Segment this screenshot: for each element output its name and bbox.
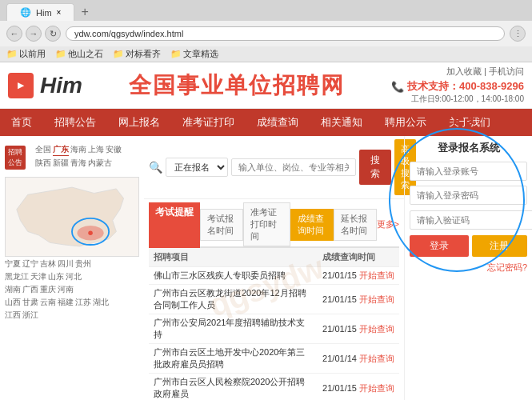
project-name[interactable]: 佛山市三水区残疾人专职委员招聘 <box>149 267 318 285</box>
province-shaanxi[interactable]: 陕西 <box>35 158 51 169</box>
mobile-visit-link[interactable]: 手机访问 <box>489 66 524 76</box>
header-right: 加入收藏 | 手机访问 📞 技术支持：400-838-9296 工作日9:00-… <box>391 66 524 105</box>
province-row-2: 陕西 新疆 青海 内蒙古 <box>35 158 122 169</box>
nav-score-query[interactable]: 成绩查询 <box>246 109 310 136</box>
new-tab-button[interactable]: + <box>74 3 94 21</box>
status-link[interactable]: 开始查询 <box>359 383 394 393</box>
search-button[interactable]: 搜 索 <box>359 150 391 185</box>
nav-home[interactable]: 首页 <box>0 109 43 136</box>
content-wrapper: qgsydw 招聘公告 全国 广东 海南 上海 安徽 <box>0 136 532 400</box>
prov-shanxi[interactable]: 山西 <box>5 297 21 308</box>
prov-sichuan[interactable]: 四川 <box>58 258 74 270</box>
tab-favicon: 🌐 <box>20 7 31 18</box>
province-hainan[interactable]: 海南 <box>70 144 86 156</box>
exam-tab-score[interactable]: 成绩查询时间 <box>290 209 334 241</box>
date-status: 21/01/15 开始查询 <box>318 285 399 314</box>
exam-tab-registration[interactable]: 考试报名时间 <box>200 209 243 241</box>
date-value: 21/01/14 <box>322 354 357 363</box>
exam-tab-extend[interactable]: 延长报名时间 <box>334 209 377 241</box>
refresh-button[interactable]: ↻ <box>45 26 61 42</box>
prov-shandong[interactable]: 山东 <box>48 271 64 282</box>
register-button[interactable]: 注册 <box>472 235 528 257</box>
prov-heilongjiang[interactable]: 黑龙江 <box>5 271 29 282</box>
province-row-3: 宁夏 辽宁 吉林 四川 贵州 <box>5 258 139 270</box>
province-qinghai[interactable]: 青海 <box>70 158 86 169</box>
login-buttons: 登录 注册 <box>410 235 527 257</box>
prov-jiangsu[interactable]: 江苏 <box>75 297 91 308</box>
bookmark-2[interactable]: 📁 他山之石 <box>55 48 103 60</box>
prov-fujian[interactable]: 福建 <box>58 297 74 308</box>
province-neimenggu[interactable]: 内蒙古 <box>88 158 112 169</box>
exam-tab-print[interactable]: 准考证打印时间 <box>243 202 291 246</box>
username-input[interactable] <box>410 162 527 181</box>
prov-hebei[interactable]: 河北 <box>66 271 82 282</box>
bookmark-1[interactable]: 📁 以前用 <box>6 48 46 60</box>
prov-gansu[interactable]: 甘肃 <box>22 297 38 308</box>
province-all[interactable]: 全国 <box>35 144 51 156</box>
nav-notice[interactable]: 相关通知 <box>310 109 374 136</box>
project-name[interactable]: 广州市公安局2021年度招聘辅助技术支持 <box>149 314 318 344</box>
browser-tab-active[interactable]: 🌐 Him × <box>6 3 74 21</box>
bookmark-3[interactable]: 📁 对标看齐 <box>113 48 161 60</box>
search-dropdown[interactable]: 正在报名 已结束 <box>166 158 228 177</box>
prov-yunnan[interactable]: 云南 <box>40 297 56 308</box>
table-row: 佛山市三水区残疾人专职委员招聘 21/01/15 开始查询 <box>149 267 399 285</box>
project-name[interactable]: 广州市白云区土地开发中心2020年第三批政府雇员员招聘 <box>149 344 318 374</box>
project-name[interactable]: 广州市白云区人民检察院2020公开招聘政府雇员 <box>149 374 318 401</box>
password-input[interactable] <box>410 186 527 205</box>
table-row: 广州市白云区土地开发中心2020年第三批政府雇员员招聘 21/01/14 开始查… <box>149 344 399 374</box>
prov-chongqing[interactable]: 重庆 <box>40 284 56 295</box>
province-shanghai[interactable]: 上海 <box>88 144 104 156</box>
bookmark-4[interactable]: 📁 文章精选 <box>170 48 218 60</box>
col-date: 成绩查询时间 <box>318 248 399 267</box>
tab-close-button[interactable]: × <box>57 8 62 17</box>
nav-apply-online[interactable]: 网上报名 <box>107 109 171 136</box>
search-input[interactable] <box>231 158 356 176</box>
nav-print-permit[interactable]: 准考证打印 <box>171 109 246 136</box>
province-xinjiang[interactable]: 新疆 <box>53 158 69 169</box>
province-guangdong[interactable]: 广东 <box>53 144 69 156</box>
nav-recruitment[interactable]: 招聘公告 <box>43 109 107 136</box>
folder-icon-4: 📁 <box>170 49 182 59</box>
date-status: 21/01/14 开始查询 <box>318 344 399 374</box>
status-link[interactable]: 开始查询 <box>359 294 394 304</box>
prov-tianjin[interactable]: 天津 <box>30 271 46 282</box>
folder-icon-3: 📁 <box>113 49 124 59</box>
forgot-password-link[interactable]: 忘记密码? <box>487 262 527 272</box>
forward-button[interactable]: → <box>26 26 42 42</box>
prov-henan[interactable]: 河南 <box>58 284 74 295</box>
prov-jilin[interactable]: 吉林 <box>40 258 56 270</box>
add-favorite-link[interactable]: 加入收藏 <box>446 66 482 76</box>
browser-tab-bar: 🌐 Him × + <box>0 0 532 21</box>
prov-guangxi[interactable]: 广西 <box>22 284 38 295</box>
status-link[interactable]: 开始查询 <box>359 270 394 280</box>
site-name: 全国事业单位招聘网 <box>129 73 345 98</box>
recruitment-notice-header: 招聘公告 全国 广东 海南 上海 安徽 陕西 新疆 <box>5 141 139 174</box>
main-content: 招聘公告 全国 广东 海南 上海 安徽 陕西 新疆 <box>0 136 532 400</box>
prov-jiangxi[interactable]: 江西 <box>5 310 21 321</box>
table-row: 广州市公安局2021年度招聘辅助技术支持 21/01/15 开始查询 <box>149 314 399 344</box>
province-anhui[interactable]: 安徽 <box>106 144 122 156</box>
prov-ningxia[interactable]: 宁夏 <box>5 258 21 270</box>
status-link[interactable]: 开始查询 <box>359 354 394 363</box>
logo-icon: ▶ <box>8 73 34 98</box>
exam-section: 考试提醒 考试报名时间 准考证打印时间 成绩查询时间 延长报名时间 更多> <box>144 199 404 400</box>
bookmark-4-label: 文章精选 <box>183 48 218 60</box>
province-row-7: 江西 浙江 <box>5 310 139 321</box>
more-link[interactable]: 更多> <box>377 218 399 230</box>
project-name[interactable]: 广州市白云区教龙街道2020年12月招聘合同制工作人员 <box>149 285 318 314</box>
status-link[interactable]: 开始查询 <box>359 324 394 334</box>
prov-hunan[interactable]: 湖南 <box>5 284 21 295</box>
menu-button[interactable]: ⋮ <box>510 26 526 42</box>
province-rows-below: 宁夏 辽宁 吉林 四川 贵州 黑龙江 天津 山东 河北 <box>5 257 139 324</box>
address-bar[interactable]: ydw.com/qgsydw/index.html <box>66 26 505 41</box>
prov-liaoning[interactable]: 辽宁 <box>22 258 38 270</box>
login-form: Dz 登录 注册 忘记密码? <box>410 162 527 274</box>
nav-employment[interactable]: 聘用公示 <box>374 109 438 136</box>
captcha-input[interactable] <box>410 210 532 230</box>
prov-hubei[interactable]: 湖北 <box>93 297 109 308</box>
back-button[interactable]: ← <box>6 26 22 42</box>
prov-zhejiang[interactable]: 浙江 <box>22 310 38 321</box>
prov-guizhou[interactable]: 贵州 <box>75 258 91 270</box>
login-button[interactable]: 登录 <box>410 235 469 257</box>
